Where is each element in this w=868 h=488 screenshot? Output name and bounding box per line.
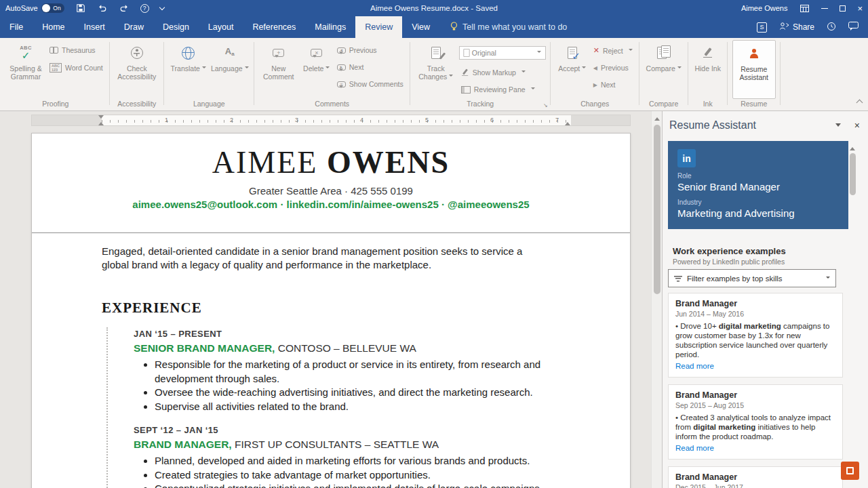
repeat-icon[interactable] bbox=[119, 3, 130, 14]
pane-close-icon[interactable]: × bbox=[854, 121, 860, 130]
tab-mailings[interactable]: Mailings bbox=[305, 16, 355, 38]
pane-dropdown-icon[interactable] bbox=[835, 123, 841, 129]
document-scrollbar[interactable] bbox=[651, 111, 662, 488]
tab-references[interactable]: References bbox=[243, 16, 305, 38]
resume-assistant-icon bbox=[749, 44, 760, 63]
show-markup-button[interactable]: Show Markup bbox=[459, 68, 546, 77]
example-card[interactable]: Brand Manager Jun 2014 – May 2016 • Drov… bbox=[668, 293, 843, 378]
pane-scrollbar-up-icon[interactable] bbox=[850, 144, 855, 150]
help-icon[interactable]: ? bbox=[140, 4, 149, 13]
bullet-item: Responsible for the marketing of a produ… bbox=[155, 358, 581, 386]
reviewing-pane-label: Reviewing Pane bbox=[474, 85, 526, 94]
autosave-switch-icon[interactable]: On bbox=[41, 3, 64, 13]
track-changes-button[interactable]: Track Changes bbox=[415, 40, 457, 99]
save-icon[interactable] bbox=[75, 3, 86, 14]
word-count-button[interactable]: ABC123 Word Count bbox=[47, 63, 105, 73]
titlebar: AutoSave On ? Aimee Owens Resume.docx - … bbox=[0, 0, 868, 16]
reviewing-pane-button[interactable]: Reviewing Pane bbox=[459, 85, 546, 94]
scrollbar-up-icon[interactable] bbox=[654, 115, 660, 121]
show-markup-icon bbox=[461, 68, 469, 76]
tab-draw[interactable]: Draw bbox=[115, 16, 153, 38]
new-comment-button[interactable]: + New Comment bbox=[259, 40, 298, 99]
previous-change-button[interactable]: ◀ Previous bbox=[591, 64, 635, 72]
tab-layout[interactable]: Layout bbox=[199, 16, 243, 38]
ribbon: ABC✓ Spelling & Grammar Thesaurus ABC123… bbox=[0, 38, 868, 111]
industry-value[interactable]: Marketing and Advertising bbox=[677, 207, 839, 219]
example-dates: Dec 2015 – Jun 2017 bbox=[675, 483, 835, 488]
industry-label: Industry bbox=[677, 199, 839, 206]
filter-dropdown[interactable]: Filter examples by top skills bbox=[668, 269, 836, 287]
read-more-link[interactable]: Read more bbox=[675, 444, 714, 452]
spelling-grammar-button[interactable]: ABC✓ Spelling & Grammar bbox=[6, 40, 45, 99]
word-application-window: AutoSave On ? Aimee Owens Resume.docx - … bbox=[0, 0, 868, 488]
example-title: Brand Manager bbox=[675, 472, 835, 482]
track-changes-icon bbox=[431, 43, 441, 62]
right-indent-marker[interactable] bbox=[565, 119, 570, 125]
language-button[interactable]: Aa Language bbox=[210, 40, 250, 99]
new-comment-label: New Comment bbox=[259, 64, 298, 81]
translate-button[interactable]: Translate bbox=[169, 40, 208, 99]
s-badge-icon[interactable]: S bbox=[757, 22, 767, 33]
experience-entry-2: SEPT ‘12 – JAN ‘15 BRAND MANAGER, FIRST … bbox=[134, 425, 581, 488]
comments-icon[interactable] bbox=[848, 22, 859, 33]
autosave-toggle[interactable]: AutoSave On bbox=[5, 3, 64, 13]
read-more-link[interactable]: Read more bbox=[675, 362, 714, 370]
tell-me-box[interactable]: Tell me what you want to do bbox=[450, 16, 567, 38]
check-accessibility-button[interactable]: Check Accessibility bbox=[115, 40, 159, 99]
thesaurus-button[interactable]: Thesaurus bbox=[47, 46, 105, 54]
tab-review[interactable]: Review bbox=[355, 16, 402, 38]
example-card[interactable]: Brand Manager Dec 2015 – Jun 2017 • Leve… bbox=[668, 466, 843, 488]
left-indent-marker[interactable] bbox=[98, 119, 104, 125]
share-button[interactable]: Share bbox=[779, 22, 814, 33]
accept-label: Accept bbox=[558, 64, 586, 73]
qat-menu-icon[interactable] bbox=[159, 5, 164, 10]
bullet-item: Supervise all activities related to the … bbox=[155, 400, 581, 414]
ribbon-group-language: Translate Aa Language Language bbox=[164, 38, 254, 110]
document-scrollbar-thumb[interactable] bbox=[654, 125, 660, 294]
linkedin-addin-badge-icon[interactable] bbox=[841, 462, 859, 480]
resume-assistant-button[interactable]: Resume Assistant bbox=[732, 40, 776, 99]
signed-in-user[interactable]: Aimee Owens bbox=[741, 4, 787, 12]
accept-button[interactable]: ✓ Accept bbox=[555, 40, 589, 99]
show-comments-label: Show Comments bbox=[349, 80, 403, 88]
tracking-dialog-launcher-icon[interactable]: ↘ bbox=[543, 102, 548, 108]
undo-icon[interactable] bbox=[97, 3, 108, 14]
example-card[interactable]: Brand Manager Sep 2015 – Aug 2015 • Crea… bbox=[668, 384, 843, 460]
role-value[interactable]: Senior Brand Manager bbox=[677, 181, 839, 192]
tab-home[interactable]: Home bbox=[33, 16, 74, 38]
ruler-row: 1 2 3 4 5 6 7 bbox=[0, 111, 662, 130]
resume-first-name: AIMEE bbox=[212, 145, 318, 180]
display-review-icon bbox=[463, 49, 469, 57]
reject-button[interactable]: ✕ Reject bbox=[591, 46, 635, 55]
tab-file[interactable]: File bbox=[0, 16, 33, 38]
language-icon: Aa bbox=[225, 43, 235, 62]
compare-button[interactable]: Compare bbox=[644, 40, 684, 99]
close-icon[interactable]: × bbox=[857, 4, 863, 13]
hide-ink-button[interactable]: Hide Ink bbox=[693, 40, 723, 99]
delete-comment-button[interactable]: × Delete bbox=[300, 40, 333, 99]
compare-label: Compare bbox=[646, 64, 682, 73]
ribbon-display-options-icon[interactable] bbox=[799, 3, 810, 14]
previous-comment-button[interactable]: ◂ Previous bbox=[335, 46, 406, 54]
next-comment-label: Next bbox=[349, 63, 364, 71]
minimize-icon[interactable] bbox=[821, 8, 828, 9]
display-for-review-select[interactable]: Original bbox=[459, 46, 546, 60]
previous-comment-icon: ◂ bbox=[337, 47, 346, 54]
ribbon-group-changes: ✓ Accept ✕ Reject ◀ Previous ▶ Next bbox=[551, 38, 639, 110]
pane-scrollbar[interactable] bbox=[848, 141, 857, 488]
next-comment-button[interactable]: ▸ Next bbox=[335, 63, 406, 71]
next-change-button[interactable]: ▶ Next bbox=[591, 81, 635, 89]
tab-view[interactable]: View bbox=[402, 16, 439, 38]
job-company: CONTOSO – BELLEVUE WA bbox=[275, 342, 416, 354]
pane-scrollbar-thumb[interactable] bbox=[850, 153, 856, 195]
document-page[interactable]: AIMEE OWENS Greater Seattle Area · 425 5… bbox=[31, 133, 631, 488]
maximize-icon[interactable] bbox=[840, 5, 846, 12]
horizontal-ruler[interactable]: 1 2 3 4 5 6 7 bbox=[31, 115, 631, 126]
show-comments-button[interactable]: ≡ Show Comments bbox=[335, 80, 406, 88]
tab-insert[interactable]: Insert bbox=[75, 16, 115, 38]
document-scroll-region[interactable]: AIMEE OWENS Greater Seattle Area · 425 5… bbox=[0, 130, 651, 488]
job-role: SENIOR BRAND MANAGER, bbox=[134, 342, 275, 354]
history-icon[interactable] bbox=[827, 22, 836, 33]
tab-design[interactable]: Design bbox=[153, 16, 199, 38]
collapse-ribbon-icon[interactable] bbox=[856, 100, 863, 106]
